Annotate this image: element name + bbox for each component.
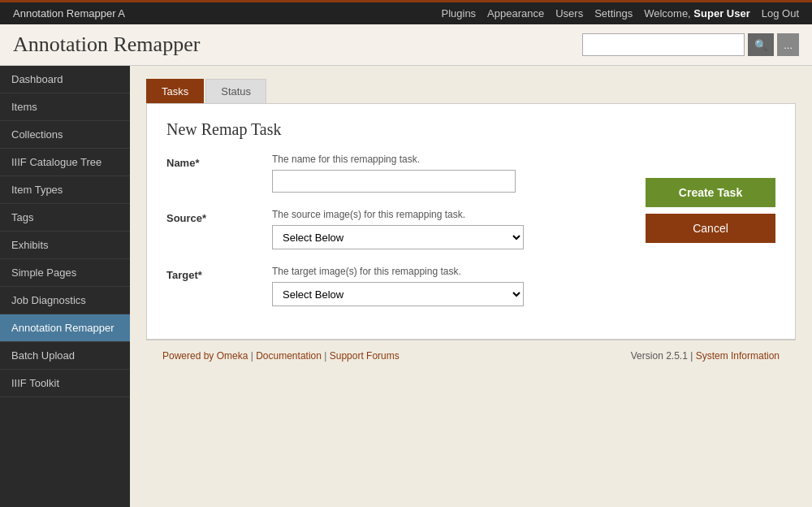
name-description: The name for this remapping task. [272, 154, 629, 165]
version-info: Version 2.5.1 | System Information [631, 350, 780, 362]
appearance-link[interactable]: Appearance [487, 7, 544, 20]
create-task-button[interactable]: Create Task [646, 178, 775, 207]
sidebar-item-tags[interactable]: Tags [0, 204, 130, 232]
sidebar-item-exhibits[interactable]: Exhibits [0, 232, 130, 259]
footer: Powered by Omeka | Documentation | Suppo… [146, 340, 796, 371]
name-field-content: The name for this remapping task. [272, 154, 629, 193]
target-field-content: The target image(s) for this remapping t… [272, 266, 629, 306]
target-field-row: Target* The target image(s) for this rem… [166, 266, 629, 306]
footer-links: Powered by Omeka | Documentation | Suppo… [162, 350, 400, 362]
sidebar: Dashboard Items Collections IIIF Catalog… [0, 66, 130, 507]
target-select[interactable]: Select Below [272, 282, 524, 306]
target-label: Target* [166, 266, 272, 281]
sidebar-item-iiif-toolkit[interactable]: IIIF Toolkit [0, 370, 130, 397]
sidebar-item-annotation-remapper[interactable]: Annotation Remapper [0, 314, 130, 342]
welcome-text: Welcome, Super User [644, 7, 750, 20]
sidebar-item-collections[interactable]: Collections [0, 121, 130, 149]
header: Annotation Remapper 🔍 ... [0, 24, 812, 66]
source-label: Source* [166, 209, 272, 224]
nav-links: Plugins Appearance Users Settings Welcom… [441, 7, 799, 20]
sidebar-item-job-diagnostics[interactable]: Job Diagnostics [0, 287, 130, 314]
tabs: Tasks Status [146, 79, 796, 103]
logout-link[interactable]: Log Out [762, 7, 799, 20]
form-actions: Create Task Cancel [646, 154, 775, 323]
form-title: New Remap Task [166, 120, 775, 139]
form-fields: Name* The name for this remapping task. … [166, 154, 629, 323]
plugins-link[interactable]: Plugins [441, 7, 476, 20]
name-field-row: Name* The name for this remapping task. [166, 154, 629, 193]
target-description: The target image(s) for this remapping t… [272, 266, 629, 277]
tab-status[interactable]: Status [205, 79, 266, 103]
documentation-link[interactable]: Documentation [256, 350, 322, 362]
users-link[interactable]: Users [555, 7, 583, 20]
layout: Dashboard Items Collections IIIF Catalog… [0, 66, 812, 507]
search-input[interactable] [582, 33, 745, 56]
search-area: 🔍 ... [582, 33, 799, 56]
content-box: New Remap Task Name* The name for this r… [146, 103, 796, 340]
sidebar-item-batch-upload[interactable]: Batch Upload [0, 342, 130, 370]
page-title: Annotation Remapper [13, 32, 200, 57]
name-input[interactable] [272, 170, 516, 193]
form-area: Name* The name for this remapping task. … [166, 154, 775, 323]
system-info-link[interactable]: System Information [696, 350, 780, 362]
source-select[interactable]: Select Below [272, 225, 524, 249]
top-nav: Annotation Remapper A Plugins Appearance… [0, 0, 812, 24]
settings-link[interactable]: Settings [594, 7, 633, 20]
sidebar-item-simple-pages[interactable]: Simple Pages [0, 259, 130, 287]
tab-tasks[interactable]: Tasks [146, 79, 204, 103]
site-title: Annotation Remapper A [13, 7, 125, 20]
source-field-content: The source image(s) for this remapping t… [272, 209, 629, 249]
sidebar-item-items[interactable]: Items [0, 93, 130, 121]
name-label: Name* [166, 154, 272, 169]
sidebar-item-item-types[interactable]: Item Types [0, 176, 130, 204]
cancel-button[interactable]: Cancel [646, 214, 775, 243]
sidebar-item-dashboard[interactable]: Dashboard [0, 66, 130, 93]
main-content: Tasks Status New Remap Task Name* The na… [130, 66, 812, 507]
source-description: The source image(s) for this remapping t… [272, 209, 629, 220]
powered-by-link[interactable]: Powered by Omeka [162, 350, 248, 362]
search-button[interactable]: 🔍 [748, 33, 774, 56]
sidebar-item-iiif-catalogue-tree[interactable]: IIIF Catalogue Tree [0, 149, 130, 176]
source-field-row: Source* The source image(s) for this rem… [166, 209, 629, 249]
search-more-button[interactable]: ... [777, 33, 799, 56]
support-link[interactable]: Support Forums [330, 350, 400, 362]
